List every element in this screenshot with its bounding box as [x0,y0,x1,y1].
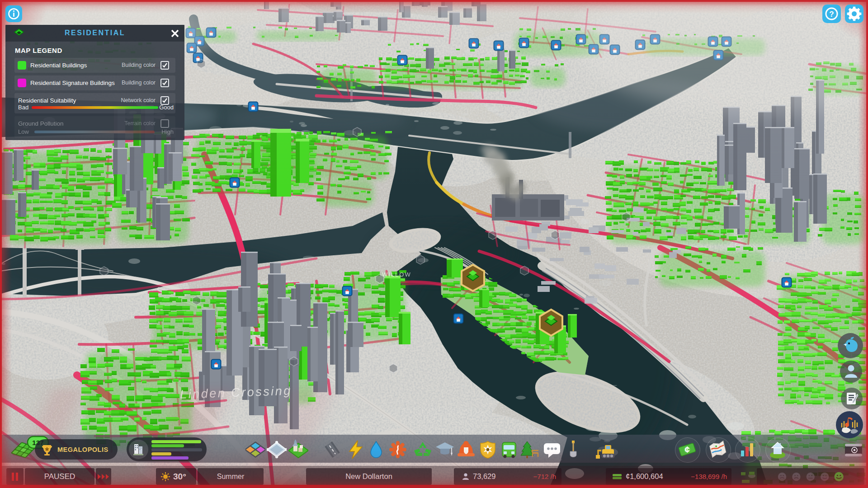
svg-text:WILLOW: WILLOW [382,271,411,278]
svg-text:¢: ¢ [684,445,689,455]
svg-text:?: ? [829,10,834,19]
